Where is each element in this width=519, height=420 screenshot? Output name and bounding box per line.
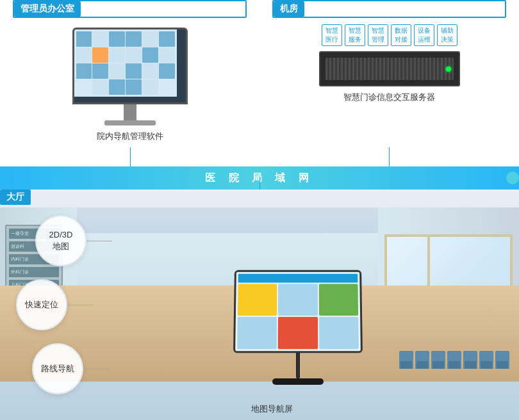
bubble-map-circle: 2D/3D地图 <box>35 215 86 266</box>
tag-3: 智慧管理 <box>368 24 388 46</box>
server-unit <box>319 51 460 86</box>
bubble-route-line <box>83 369 109 369</box>
network-bar: 医 院 局 域 网 <box>0 166 519 190</box>
right-panel-header: 机房 <box>272 0 506 18</box>
bubble-wrap: 2D/3D地图 快速定位 路线导航 <box>10 215 112 394</box>
bubble-locate: 快速定位 <box>16 279 112 330</box>
left-panel: 管理员办公室 <box>0 0 260 166</box>
kiosk-screen <box>233 270 363 353</box>
kiosk-stand <box>296 353 300 378</box>
bubble-route-circle: 路线导航 <box>32 343 83 394</box>
network-circle-left <box>0 172 13 184</box>
kiosk-screen-content <box>235 272 361 351</box>
map-preview <box>74 29 177 97</box>
monitor <box>72 28 188 104</box>
right-caption: 智慧门诊信息交互服务器 <box>343 92 435 103</box>
tag-1: 智慧医疗 <box>322 24 342 46</box>
tag-4: 数据对接 <box>391 24 411 46</box>
bubble-locate-line <box>67 305 93 305</box>
kiosk-wrap <box>234 270 362 385</box>
monitor-stand <box>124 104 136 120</box>
chair-6 <box>479 351 493 369</box>
right-section-label: 机房 <box>274 1 304 17</box>
monitor-wrap: 院内导航管理软件 <box>72 28 188 142</box>
connector-line-right <box>389 147 390 166</box>
kiosk-base <box>272 378 324 385</box>
chair-5 <box>463 351 477 369</box>
chair-row <box>399 351 509 369</box>
hall-label: 大厅 <box>0 190 31 205</box>
left-panel-header: 管理员办公室 <box>13 0 247 18</box>
top-section: 管理员办公室 <box>0 0 519 166</box>
monitor-base <box>104 120 156 125</box>
hall-section: 一楼导览 急诊科 内科门诊 外科门诊 儿科门诊 检验科 2D/3D地图 快速定位 <box>0 190 519 420</box>
chair-1 <box>399 351 413 369</box>
connector-vert <box>260 177 260 190</box>
chair-4 <box>447 351 461 369</box>
kiosk-header <box>238 274 358 283</box>
network-circle-right <box>506 172 519 184</box>
server-area: 智慧医疗 智慧服务 智慧管理 数据对接 设备运维 辅助决策 智慧门诊信息交互服务… <box>272 24 506 103</box>
server-tags: 智慧医疗 智慧服务 智慧管理 数据对接 设备运维 辅助决策 <box>322 24 457 46</box>
kiosk-caption: 地图导航屏 <box>251 403 293 415</box>
bubble-map-line <box>86 241 112 241</box>
connector-line-left <box>130 147 131 166</box>
tag-2: 智慧服务 <box>345 24 365 46</box>
bubble-locate-circle: 快速定位 <box>16 279 67 330</box>
chair-3 <box>431 351 445 369</box>
bubble-route: 路线导航 <box>32 343 112 394</box>
left-caption: 院内导航管理软件 <box>97 131 163 142</box>
map-grid <box>74 29 177 97</box>
chair-7 <box>495 351 509 369</box>
tag-6: 辅助决策 <box>437 24 457 46</box>
bubble-map: 2D/3D地图 <box>35 215 112 266</box>
right-panel: 机房 智慧医疗 智慧服务 智慧管理 数据对接 设备运维 辅助决策 智慧门诊信息交… <box>260 0 519 166</box>
left-section-label: 管理员办公室 <box>14 1 81 17</box>
chair-2 <box>415 351 429 369</box>
tag-5: 设备运维 <box>414 24 434 46</box>
